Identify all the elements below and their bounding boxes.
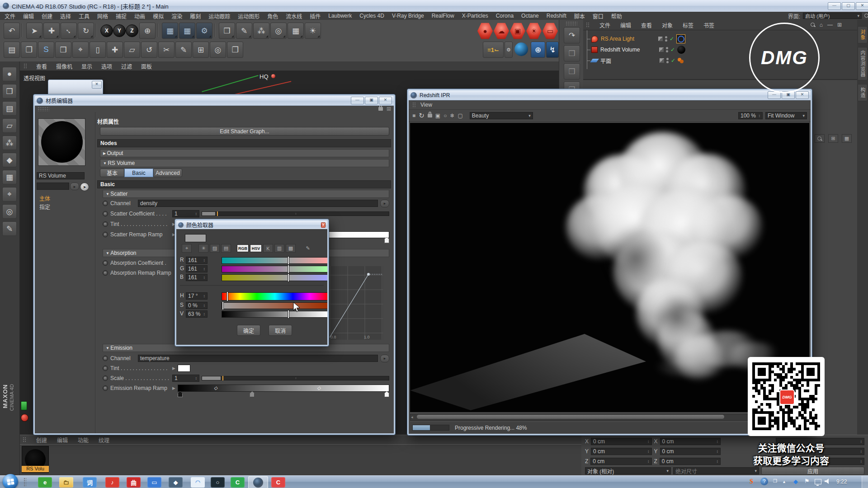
coord-z2-field[interactable]: 0 cm bbox=[660, 458, 721, 465]
preview-type-field[interactable] bbox=[37, 183, 69, 190]
close-icon[interactable]: ✕ bbox=[92, 81, 102, 89]
material-editor-titlebar[interactable]: 材质编辑器 — ▣ ✕ bbox=[35, 96, 394, 105]
om-menu-item[interactable]: 书签 bbox=[703, 21, 714, 29]
interface-select[interactable]: 启动 (用户) bbox=[803, 13, 862, 19]
viewport-menu-item[interactable]: 面板 bbox=[141, 62, 152, 70]
om-menu-item[interactable]: 文件 bbox=[599, 21, 610, 29]
select-tool-button[interactable]: ➤ bbox=[26, 23, 42, 39]
tray-speaker-icon[interactable] bbox=[825, 479, 830, 484]
scatter-channel-field[interactable]: density bbox=[138, 200, 378, 207]
channel-slider[interactable] bbox=[222, 274, 327, 281]
channel-slider[interactable] bbox=[222, 266, 327, 272]
channel-slider[interactable] bbox=[222, 292, 327, 300]
ipr-menu-view[interactable]: View bbox=[420, 102, 432, 108]
close-button[interactable]: ✕ bbox=[321, 222, 326, 228]
add-environment-button[interactable]: ▦ bbox=[288, 23, 304, 39]
add-generator-button[interactable]: ⁂ bbox=[253, 23, 269, 39]
coord-x1-field[interactable]: 0 cm bbox=[591, 438, 651, 445]
key-radio-icon[interactable] bbox=[103, 356, 108, 361]
screen-picker-icon[interactable]: ⌖ bbox=[182, 244, 192, 253]
channel-value-field[interactable]: 0 % bbox=[186, 302, 208, 309]
points-mode-icon[interactable]: ⁂ bbox=[2, 136, 17, 150]
snap-add-button[interactable]: ⊞ bbox=[193, 42, 209, 58]
menubar-item[interactable]: Corona bbox=[496, 13, 514, 19]
lock-icon[interactable] bbox=[378, 107, 383, 111]
key-radio-icon[interactable] bbox=[103, 260, 108, 266]
menubar-item[interactable]: 运动跟踪 bbox=[208, 12, 230, 20]
pen-tool-button[interactable]: ✎ bbox=[175, 42, 192, 58]
menubar-item[interactable]: 窗口 bbox=[593, 12, 604, 20]
minus-icon[interactable]: — bbox=[827, 22, 833, 28]
render-settings-button[interactable]: ⚙ bbox=[196, 23, 212, 39]
close-button[interactable]: ✕ bbox=[796, 91, 809, 99]
enabled-check-icon[interactable]: ✓ bbox=[671, 57, 675, 64]
layer-toggle-icon[interactable] bbox=[660, 58, 664, 63]
stop-icon[interactable]: ■ bbox=[412, 113, 415, 119]
menubar-item[interactable]: 捕捉 bbox=[116, 12, 127, 20]
redshift-light-button[interactable]: ☀ bbox=[526, 23, 542, 39]
show-desktop-button[interactable] bbox=[862, 476, 868, 488]
z-axis-lock-button[interactable]: Z bbox=[126, 24, 138, 37]
channel-slider[interactable] bbox=[222, 257, 327, 264]
fit-select[interactable]: Fit Window bbox=[765, 112, 807, 119]
menubar-item[interactable]: 渲染 bbox=[171, 12, 182, 20]
menubar-item[interactable]: 雕刻 bbox=[190, 12, 201, 20]
menubar-item[interactable]: 创建 bbox=[42, 12, 52, 20]
taskbar-app-music[interactable]: ♪ bbox=[105, 477, 119, 488]
tray-dropbox-icon[interactable]: ◆ bbox=[793, 478, 798, 485]
k-mode-chip[interactable]: K bbox=[263, 244, 273, 253]
snapshot-camera-icon[interactable]: ▣ bbox=[435, 113, 440, 119]
grip-icon[interactable] bbox=[586, 22, 590, 28]
search-icon[interactable] bbox=[815, 134, 825, 143]
mat-menu-item[interactable]: 创建 bbox=[36, 436, 47, 444]
texture-mode-icon[interactable]: ▤ bbox=[2, 101, 17, 116]
swatches-icon[interactable]: ▩ bbox=[286, 244, 296, 253]
taskbar-app-slate[interactable]: ◆ bbox=[169, 477, 183, 488]
menubar-item[interactable]: 流水线 bbox=[286, 12, 302, 20]
taskbar-app-blue[interactable]: ▭ bbox=[147, 477, 161, 488]
spectrum-icon[interactable]: ▨ bbox=[210, 244, 220, 253]
channel-value-field[interactable]: 161 bbox=[186, 265, 208, 272]
viewport-menu-item[interactable]: 显示 bbox=[81, 62, 92, 70]
menubar-item[interactable]: X-Particles bbox=[462, 13, 488, 19]
channel-slider[interactable] bbox=[222, 302, 327, 309]
y-axis-lock-button[interactable]: Y bbox=[113, 24, 126, 37]
tab-basic-cn[interactable]: 基本 bbox=[100, 169, 124, 177]
rs-volume-section[interactable]: RS Volume bbox=[100, 159, 389, 167]
tab-objects[interactable]: 对象 bbox=[858, 26, 868, 43]
arrow-right-icon[interactable]: ▶ bbox=[172, 366, 175, 371]
axis-mode-button[interactable]: ⌖ bbox=[72, 42, 89, 58]
ok-button[interactable]: 确定 bbox=[237, 325, 260, 336]
menubar-item[interactable]: 帮助 bbox=[611, 12, 622, 20]
tab-structure[interactable]: 构造 bbox=[858, 84, 868, 101]
taskbar-app-dict[interactable]: 词 bbox=[83, 477, 97, 488]
circle-icon[interactable]: ○ bbox=[443, 113, 447, 119]
slot-assign[interactable]: 指定 bbox=[39, 203, 50, 211]
om-menu-item[interactable]: 标签 bbox=[683, 21, 693, 29]
menubar-item[interactable]: 编辑 bbox=[23, 12, 34, 20]
key-radio-icon[interactable] bbox=[103, 366, 108, 371]
menubar-item[interactable]: 模拟 bbox=[153, 12, 164, 20]
taskbar-app-karaoke[interactable]: 曲 bbox=[127, 477, 141, 488]
mirror-tool-button[interactable]: ❐ bbox=[227, 42, 243, 58]
menubar-item[interactable]: 文件 bbox=[5, 12, 15, 20]
arrow-right-icon[interactable]: ▸ bbox=[380, 355, 389, 362]
tab-advanced[interactable]: Advanced bbox=[153, 169, 182, 177]
grip-icon[interactable] bbox=[24, 63, 27, 69]
channel-value-field[interactable]: 161 bbox=[186, 274, 208, 281]
move-snap-button[interactable]: ✚ bbox=[107, 42, 123, 58]
tag-dots-icon[interactable] bbox=[678, 58, 684, 63]
menubar-item[interactable]: 插件 bbox=[310, 12, 321, 20]
arrow-right-icon[interactable]: ▸ bbox=[70, 183, 79, 190]
rgb-mode-chip[interactable]: RGB bbox=[237, 244, 249, 252]
material-preview[interactable] bbox=[38, 118, 85, 166]
taskbar-app-ring[interactable]: ○ bbox=[211, 477, 225, 488]
eyedropper-icon[interactable]: ✎ bbox=[303, 244, 312, 252]
maximize-button[interactable]: ▣ bbox=[365, 97, 378, 104]
redshift-ipr-button[interactable]: ▭ bbox=[542, 23, 558, 39]
reset-psr-button[interactable]: ↺ bbox=[141, 42, 157, 58]
slot-body[interactable]: 主体 bbox=[39, 194, 50, 202]
emission-scale-field[interactable]: 1 bbox=[172, 375, 199, 382]
menubar-item[interactable]: Laubwerk bbox=[328, 13, 352, 19]
scatter-coeff-field[interactable]: 1 bbox=[172, 210, 199, 217]
